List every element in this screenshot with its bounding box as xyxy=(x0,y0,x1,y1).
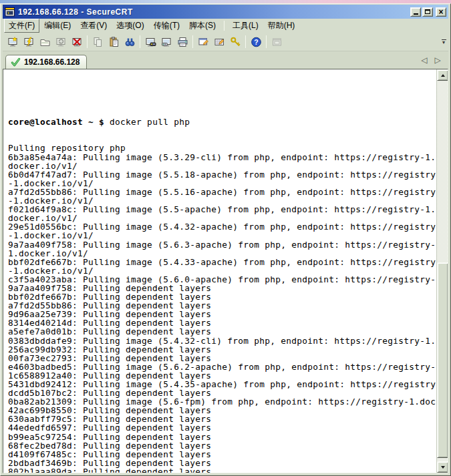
new-session-button[interactable] xyxy=(5,34,21,49)
menu-item-options[interactable]: 选项(O) xyxy=(112,19,148,33)
paste-icon xyxy=(108,37,120,47)
terminal-line: 44ededfd6597: Pulling dependent layers xyxy=(8,423,436,432)
toolbar-separator xyxy=(245,35,246,48)
menu-item-script[interactable]: 脚本(S) xyxy=(184,19,220,33)
reconnect-icon xyxy=(55,37,67,47)
terminal-line: 2bdbadf3469b: Pulling dependent layers xyxy=(8,459,436,467)
menu-item-tools[interactable]: 工具(L) xyxy=(228,19,263,33)
file-transfer-button[interactable] xyxy=(142,34,158,49)
terminal-line: d4109f67485c: Pulling dependent layers xyxy=(8,450,436,459)
terminal-line: a5efe7a0d01b: Pulling dependent layers xyxy=(8,327,436,336)
terminal-line: c3f5a4023aba: Pulling image (5.6.0-apach… xyxy=(8,275,436,284)
disconnect-button[interactable] xyxy=(69,34,85,49)
arrow-down-icon xyxy=(441,466,445,469)
securecrt-window: 192.168.66.128 - SecureCRT × 文件(F)编辑(E)查… xyxy=(0,3,451,476)
shell-prompt: core@localhost ~ $ xyxy=(8,117,110,127)
quick-connect-icon xyxy=(23,37,35,47)
terminal-line: -1.docker.io/v1/ xyxy=(8,266,436,275)
menu-item-file[interactable]: 文件(F) xyxy=(4,19,39,33)
tab-nav: ◁ ▷ xyxy=(419,55,443,65)
copy-button[interactable] xyxy=(90,34,106,49)
disconnect-icon xyxy=(71,37,83,47)
scroll-down-button[interactable] xyxy=(437,461,448,473)
print-icon xyxy=(177,37,188,47)
terminal-line: 6b0d47f47ad7: Pulling image (5.5.18-apac… xyxy=(8,170,436,179)
toolbar-separator xyxy=(266,35,267,48)
print-button[interactable] xyxy=(174,34,190,49)
tab-scroll-right-button[interactable]: ▷ xyxy=(432,55,443,65)
receive-file-icon xyxy=(161,37,172,47)
terminal-line: 6b3a85e4a74a: Pulling image (5.3.29-cli)… xyxy=(8,153,436,162)
file-transfer-icon xyxy=(145,37,156,47)
terminal-line: 802b1aaa89da: Pulling dependent layers xyxy=(8,467,436,473)
maximize-button[interactable] xyxy=(422,7,433,17)
tab-scroll-left-button[interactable]: ◁ xyxy=(419,55,430,65)
toolbar: ?▾ xyxy=(3,33,448,51)
terminal-line: -1.docker.io/v1/ xyxy=(8,231,436,240)
window-title: 192.168.66.128 - SecureCRT xyxy=(18,7,133,17)
key-button[interactable] xyxy=(227,34,243,49)
quick-connect-button[interactable] xyxy=(21,34,37,49)
session-options-icon xyxy=(198,37,209,47)
terminal-line: 1.docker.io/v1/ xyxy=(8,249,436,258)
menu-item-view[interactable]: 查看(V) xyxy=(76,19,112,33)
shell-command: docker pull php xyxy=(110,117,190,127)
paste-button[interactable] xyxy=(106,34,122,49)
connect-in-tab-button[interactable] xyxy=(37,34,53,49)
session-tab[interactable]: 192.168.66.128 xyxy=(5,55,87,69)
terminal-scrollbar[interactable] xyxy=(436,69,448,473)
toolbar-separator xyxy=(140,35,140,48)
terminal-line: 00fa73ec2793: Pulling dependent layers xyxy=(8,354,436,363)
session-options-button[interactable] xyxy=(195,34,211,49)
terminal-line: 0383dbddafe9: Pulling image (5.4.32-cli)… xyxy=(8,336,436,345)
reconnect-button[interactable] xyxy=(53,34,69,49)
close-button[interactable]: × xyxy=(436,7,446,17)
global-options-icon xyxy=(214,37,225,47)
menu-item-edit[interactable]: 编辑(E) xyxy=(39,19,76,33)
titlebar[interactable]: 192.168.66.128 - SecureCRT × xyxy=(3,5,448,19)
svg-text:?: ? xyxy=(254,38,258,46)
terminal[interactable]: core@localhost ~ $ docker pull php Pulli… xyxy=(3,69,448,473)
close-icon: × xyxy=(438,9,443,15)
terminal-output: core@localhost ~ $ docker pull php Pulli… xyxy=(3,69,436,473)
scrollbar-thumb[interactable] xyxy=(437,262,448,458)
find-icon xyxy=(124,37,136,47)
menu-separator xyxy=(224,21,224,31)
terminal-line: b99ea5c97254: Pulling dependent layers xyxy=(8,433,436,441)
global-options-button[interactable] xyxy=(211,34,227,49)
terminal-line: docker.io/v1/ xyxy=(8,162,436,170)
minimize-icon xyxy=(414,13,418,15)
find-button[interactable] xyxy=(122,34,138,49)
connected-check-icon xyxy=(11,57,21,67)
minimize-button[interactable] xyxy=(410,7,421,17)
terminal-line: e4603badbed5: Pulling image (5.6.2-apach… xyxy=(8,363,436,371)
overflow-bar-icon xyxy=(442,39,446,40)
app-window-button[interactable] xyxy=(269,34,285,49)
menu-item-help[interactable]: 帮助(H) xyxy=(263,19,300,33)
prompt-line: core@localhost ~ $ docker pull php xyxy=(8,117,436,126)
session-tab-label: 192.168.66.128 xyxy=(24,57,80,67)
copy-icon xyxy=(92,37,104,47)
help-icon: ? xyxy=(251,37,262,47)
terminal-line: 9a7aa409f758: Pulling image (5.6.3-apach… xyxy=(8,240,436,249)
toolbar-separator xyxy=(87,35,88,48)
arrow-up-icon xyxy=(441,74,445,77)
new-session-icon xyxy=(7,37,19,47)
menu-item-transfer[interactable]: 传输(T) xyxy=(149,19,184,33)
terminal-line: -1.docker.io/v1/ xyxy=(8,179,436,188)
help-button[interactable]: ? xyxy=(248,34,264,49)
terminal-line: bbf02dfe667b: Pulling image (5.4.33-apac… xyxy=(8,258,436,266)
tabbar: 192.168.66.128 ◁ ▷ xyxy=(3,51,448,69)
maximize-icon xyxy=(425,9,430,14)
connect-in-tab-icon xyxy=(39,37,51,47)
receive-file-button[interactable] xyxy=(158,34,174,49)
terminal-line: Pulling repository php xyxy=(8,144,436,152)
key-icon xyxy=(230,37,241,47)
menubar: 文件(F)编辑(E)查看(V)选项(O)传输(T)脚本(S)工具(L)帮助(H) xyxy=(3,19,448,33)
scroll-up-button[interactable] xyxy=(437,69,448,81)
app-window-icon xyxy=(271,37,283,47)
terminal-line: 256ac99db932: Pulling dependent layers xyxy=(8,345,436,354)
securecrt-app-icon xyxy=(5,7,15,17)
terminal-line: 68fec2bed78d: Pulling dependent layers xyxy=(8,441,436,450)
toolbar-overflow-button[interactable]: ▾ xyxy=(440,37,448,46)
